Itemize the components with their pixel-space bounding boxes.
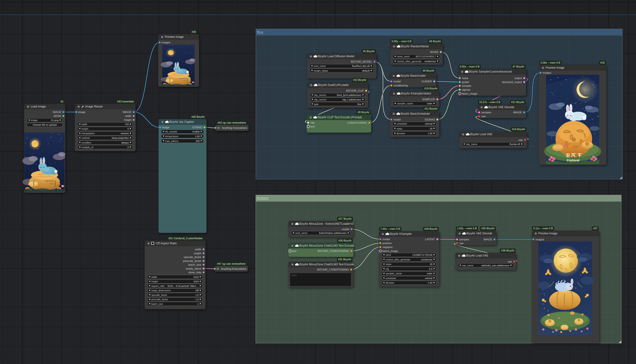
svg-text:Festival: Festival [182, 80, 187, 81]
svg-text:Fishival: Fishival [567, 158, 579, 162]
svg-text:Mid-Autumn: Mid-Autumn [46, 180, 55, 182]
svg-text:Festival: Festival [49, 183, 55, 184]
svg-text:Mid-Autumn: Mid-Autumn [179, 78, 187, 80]
